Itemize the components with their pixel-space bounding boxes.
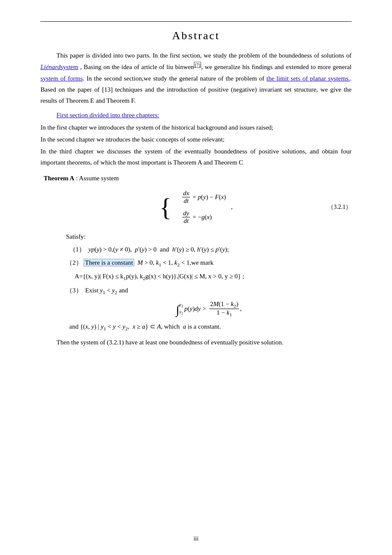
lower-bound: y1 [179, 309, 183, 315]
chapter3-line: In the third chapter we discusses the sy… [40, 146, 352, 168]
fraction-dx-dt: dx dt [182, 190, 190, 205]
eq-row-1: dx dt = p(y) − F(x) [182, 190, 226, 205]
limit-sets-text: the limit sets of planar systems. [267, 75, 350, 82]
page-container: Abstract This paper is divided into two … [0, 0, 392, 555]
lienard-word: Liénard [40, 64, 61, 70]
satisfy-label: Satisfy: [66, 231, 352, 243]
page-number: iii [0, 535, 392, 542]
theorem-a-label: Theorem A [44, 175, 75, 182]
comma-after-fraction: , [240, 305, 242, 312]
system-word: system [61, 64, 78, 70]
section-intro-line: First section divided into three chapter… [40, 110, 352, 121]
chapter1-line: In the first chapter we introduces the s… [40, 122, 352, 133]
integral-bounds: y2 y1 [179, 302, 183, 315]
eq-rhs-2: −g(x) [198, 214, 212, 221]
eq-equals-1: = [193, 194, 196, 201]
eq-number-label: （3.2.1） [328, 203, 352, 211]
upper-bound: y2 [179, 302, 183, 308]
page-num-text: iii [193, 535, 199, 542]
satisfy-text: Satisfy: [66, 233, 86, 240]
intro-text-2: , Basing on the idea of article of liu b… [78, 64, 194, 70]
integrand: p(y)dy > [184, 305, 206, 312]
equation-system: dx dt = p(y) − F(x) dy dt = [182, 188, 226, 226]
chapter2-line: In the second chapter we ntroduces the b… [40, 134, 352, 145]
abstract-title: Abstract [40, 29, 352, 42]
intro-text-3: , we generalize his findings and extende… [201, 64, 352, 70]
conclusion-text: Then the system of (3.2.1) have at least… [57, 339, 283, 346]
theorem-a-text: : Assume system [74, 175, 119, 182]
intro-text-1: This paper is divided into two parts. In… [57, 52, 352, 59]
eq-comma: , [231, 203, 233, 211]
intro-paragraph: This paper is divided into two parts. In… [40, 50, 352, 106]
there-constant-highlight: There is a constant [84, 259, 134, 266]
theorem-a-line: Theorem A : Assume system [40, 173, 352, 184]
condition-2: （2） There is a constant M > 0, k1 < 1, k… [66, 257, 352, 269]
condition-3: （3） Exist y1 < y2 and [66, 284, 352, 297]
chapter1-text: In the first chapter we introduces the s… [40, 124, 274, 131]
set-definition: A={(x, y)| F(x) ≤ k1p(y), k2g(x) < h(y)}… [75, 270, 352, 283]
intro-text-4: . In the second section,we study the gen… [83, 75, 266, 82]
chapter2-text: In the second chapter we ntroduces the b… [40, 136, 225, 143]
top-rule [40, 21, 352, 22]
first-section-text: First section divided into three chapter… [57, 112, 159, 119]
equation-3-2-1: { dx dt = p(y) − F(x) dy [40, 188, 352, 226]
eq-frac-dx: dx dt [182, 190, 191, 205]
eq-row-2: dy dt = −g(x) [182, 210, 212, 225]
and-set-line: and {(x, y) | y1 < y < y2, x ≥ a} ⊂ A, w… [66, 321, 352, 333]
integral-with-bounds: ∫ y2 y1 [176, 302, 183, 315]
eq-rhs-1: p(y) − F(x) [198, 194, 226, 201]
satisfy-block: Satisfy: （1） yp(y) > 0,(y ≠ 0), p′(y) > … [66, 231, 352, 334]
chapter3-text: In the third chapter we discusses the sy… [40, 148, 352, 166]
conclusion-paragraph: Then the system of (3.2.1) have at least… [40, 337, 352, 348]
fraction-dy-dt: dy dt [182, 210, 190, 225]
condition-1: （1） yp(y) > 0,(y ≠ 0), p′(y) > 0 and h′(… [66, 243, 352, 256]
ref-superscript: [7] [194, 62, 201, 68]
system-of-forms: system of forms [40, 75, 83, 82]
fraction-rhs: 2M(1 − k2) 1 − k1 [209, 301, 239, 317]
eq-frac-dy: dy dt [182, 210, 191, 225]
left-brace: { [159, 194, 172, 220]
integral-expression: ∫ y2 y1 p(y)dy > 2M(1 − k2) 1 − k1 , [66, 301, 352, 317]
eq-equals-2: = [193, 214, 196, 221]
